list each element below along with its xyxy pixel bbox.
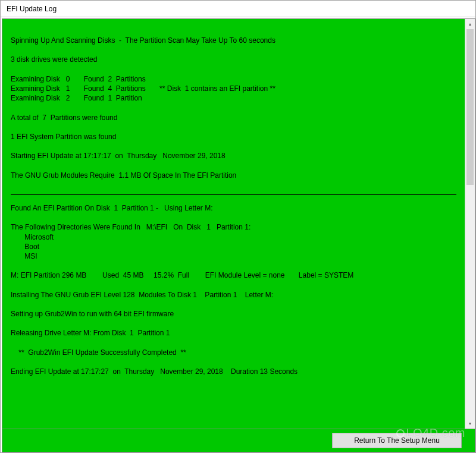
vertical-scrollbar[interactable]: ▴ ▾: [465, 19, 475, 429]
efi-update-log-window: EFI Update Log Spinning Up And Scanning …: [0, 0, 476, 453]
scroll-up-button[interactable]: ▴: [465, 19, 475, 29]
footer-bar: Return To The Setup Menu: [2, 429, 475, 452]
window-titlebar[interactable]: EFI Update Log: [1, 1, 475, 17]
log-output: Spinning Up And Scanning Disks - The Par…: [2, 19, 465, 429]
log-section-update: Found An EFI Partition On Disk 1 Partiti…: [11, 204, 353, 376]
log-section-scan: Spinning Up And Scanning Disks - The Par…: [11, 36, 275, 180]
return-to-setup-button[interactable]: Return To The Setup Menu: [332, 433, 462, 448]
window-title: EFI Update Log: [7, 5, 57, 13]
content-area: Spinning Up And Scanning Disks - The Par…: [1, 17, 475, 452]
scroll-thumb[interactable]: [466, 29, 474, 185]
scroll-track[interactable]: [465, 29, 475, 419]
log-divider: [11, 194, 456, 195]
scroll-down-button[interactable]: ▾: [465, 419, 475, 429]
log-container: Spinning Up And Scanning Disks - The Par…: [2, 18, 475, 429]
